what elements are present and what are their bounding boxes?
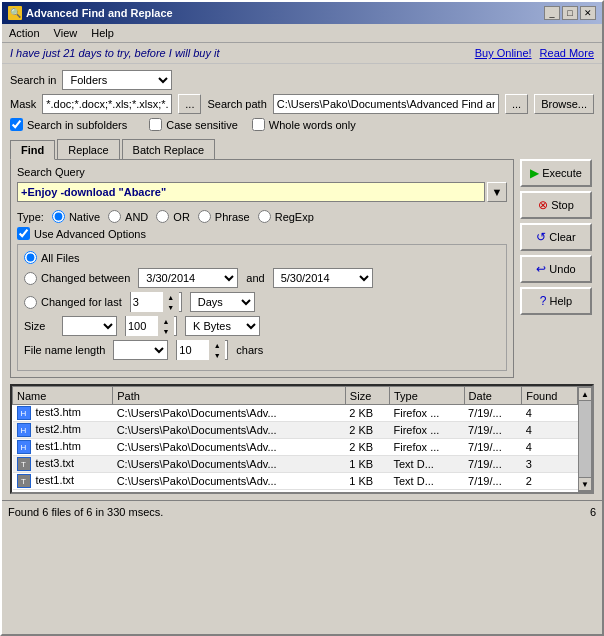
table-row[interactable]: H test2.htm C:\Users\Pako\Documents\Adv.… [13, 422, 578, 439]
search-in-select[interactable]: Folders [62, 70, 172, 90]
changed-for-last-radio[interactable] [24, 296, 37, 309]
main-content: Search in Folders Mask ... Search path .… [2, 64, 602, 500]
clear-icon: ↺ [536, 230, 546, 244]
whole-words-text: Whole words only [269, 119, 356, 131]
all-files-radio[interactable] [24, 251, 37, 264]
results-scrollbar[interactable]: ▲ ▼ [578, 386, 592, 492]
table-row[interactable]: T test3.txt C:\Users\Pako\Documents\Adv.… [13, 456, 578, 473]
tab-replace[interactable]: Replace [57, 139, 119, 159]
menu-action[interactable]: Action [6, 26, 43, 40]
mask-input[interactable] [42, 94, 172, 114]
search-in-label: Search in [10, 74, 56, 86]
len-from-select[interactable] [113, 340, 168, 360]
len-up-button[interactable]: ▲ [209, 340, 225, 350]
changed-between-label[interactable]: Changed between [24, 272, 130, 285]
days-value-input[interactable] [131, 292, 163, 312]
to-date-select[interactable]: 5/30/2014 [273, 268, 373, 288]
cell-path: C:\Users\Pako\Documents\Adv... [113, 439, 346, 456]
execute-button[interactable]: ▶ Execute [520, 159, 592, 187]
search-path-dots-button[interactable]: ... [505, 94, 528, 114]
type-regexp-radio[interactable] [258, 210, 271, 223]
changed-for-last-label[interactable]: Changed for last [24, 296, 122, 309]
cell-date: 7/19/... [464, 456, 522, 473]
size-down-button[interactable]: ▼ [158, 326, 174, 336]
table-row[interactable]: T test1.txt C:\Users\Pako\Documents\Adv.… [13, 473, 578, 490]
stop-button[interactable]: ⊗ Stop [520, 191, 592, 219]
read-more-link[interactable]: Read More [540, 47, 594, 59]
search-subfolders-label[interactable]: Search in subfolders [10, 118, 127, 131]
size-up-button[interactable]: ▲ [158, 316, 174, 326]
type-regexp-label[interactable]: RegExp [258, 210, 314, 223]
minimize-button[interactable]: _ [544, 6, 560, 20]
from-date-select[interactable]: 3/30/2014 [138, 268, 238, 288]
all-files-label[interactable]: All Files [24, 251, 80, 264]
cell-type: Firefox ... [389, 439, 464, 456]
type-phrase-radio[interactable] [198, 210, 211, 223]
size-value-input[interactable] [126, 316, 158, 336]
file-icon: T [17, 457, 31, 471]
file-name: test1.txt [36, 474, 75, 486]
maximize-button[interactable]: □ [562, 6, 578, 20]
table-row[interactable]: H test3.htm C:\Users\Pako\Documents\Adv.… [13, 405, 578, 422]
type-and-radio[interactable] [108, 210, 121, 223]
len-value-input[interactable] [177, 340, 209, 360]
clear-label: Clear [549, 231, 575, 243]
results-wrapper: Name Path Size Type Date Found H test3.h… [10, 384, 594, 494]
close-button[interactable]: ✕ [580, 6, 596, 20]
changed-between-text: Changed between [41, 272, 130, 284]
scroll-down-button[interactable]: ▼ [578, 477, 592, 491]
cell-type: Firefox ... [389, 405, 464, 422]
query-dropdown-button[interactable]: ▼ [487, 182, 507, 202]
days-spin-wrapper: ▲ ▼ [130, 292, 182, 312]
size-from-select[interactable] [62, 316, 117, 336]
clear-button[interactable]: ↺ Clear [520, 223, 592, 251]
len-chars-text: chars [236, 344, 263, 356]
case-sensitive-checkbox[interactable] [149, 118, 162, 131]
cell-type: Text D... [389, 473, 464, 490]
days-down-button[interactable]: ▼ [163, 302, 179, 312]
menu-view[interactable]: View [51, 26, 81, 40]
len-down-button[interactable]: ▼ [209, 350, 225, 360]
mask-browse-button[interactable]: ... [178, 94, 201, 114]
type-phrase-text: Phrase [215, 211, 250, 223]
search-path-input[interactable] [273, 94, 499, 114]
undo-icon: ↩ [536, 262, 546, 276]
and-text: and [246, 272, 264, 284]
menu-help[interactable]: Help [88, 26, 117, 40]
scroll-up-button[interactable]: ▲ [578, 387, 592, 401]
case-sensitive-label[interactable]: Case sensitive [149, 118, 238, 131]
changed-between-radio[interactable] [24, 272, 37, 285]
type-or-radio[interactable] [156, 210, 169, 223]
file-icon: T [17, 474, 31, 488]
table-row[interactable]: H test1.htm C:\Users\Pako\Documents\Adv.… [13, 439, 578, 456]
undo-button[interactable]: ↩ Undo [520, 255, 592, 283]
all-files-row: All Files [24, 251, 500, 264]
search-query-input[interactable] [17, 182, 485, 202]
use-advanced-label[interactable]: Use Advanced Options [17, 227, 507, 240]
tab-find[interactable]: Find [10, 140, 55, 160]
type-or-label[interactable]: OR [156, 210, 190, 223]
tab-batch-replace[interactable]: Batch Replace [122, 139, 216, 159]
type-native-label[interactable]: Native [52, 210, 100, 223]
cell-date: 7/19/... [464, 439, 522, 456]
days-up-button[interactable]: ▲ [163, 292, 179, 302]
type-and-label[interactable]: AND [108, 210, 148, 223]
browse-button[interactable]: Browse... [534, 94, 594, 114]
results-body: H test3.htm C:\Users\Pako\Documents\Adv.… [13, 405, 578, 490]
size-unit-select[interactable]: K Bytes [185, 316, 260, 336]
help-button[interactable]: ? Help [520, 287, 592, 315]
cell-size: 1 KB [345, 456, 389, 473]
type-native-radio[interactable] [52, 210, 65, 223]
whole-words-label[interactable]: Whole words only [252, 118, 356, 131]
days-unit-select[interactable]: Days [190, 292, 255, 312]
help-label: Help [550, 295, 573, 307]
title-controls: _ □ ✕ [544, 6, 596, 20]
type-phrase-label[interactable]: Phrase [198, 210, 250, 223]
search-subfolders-checkbox[interactable] [10, 118, 23, 131]
find-panel: Search Query ▼ Type: Native [10, 159, 514, 378]
use-advanced-checkbox[interactable] [17, 227, 30, 240]
buy-online-link[interactable]: Buy Online! [475, 47, 532, 59]
whole-words-checkbox[interactable] [252, 118, 265, 131]
cell-name: T test1.txt [13, 473, 113, 490]
search-subfolders-text: Search in subfolders [27, 119, 127, 131]
